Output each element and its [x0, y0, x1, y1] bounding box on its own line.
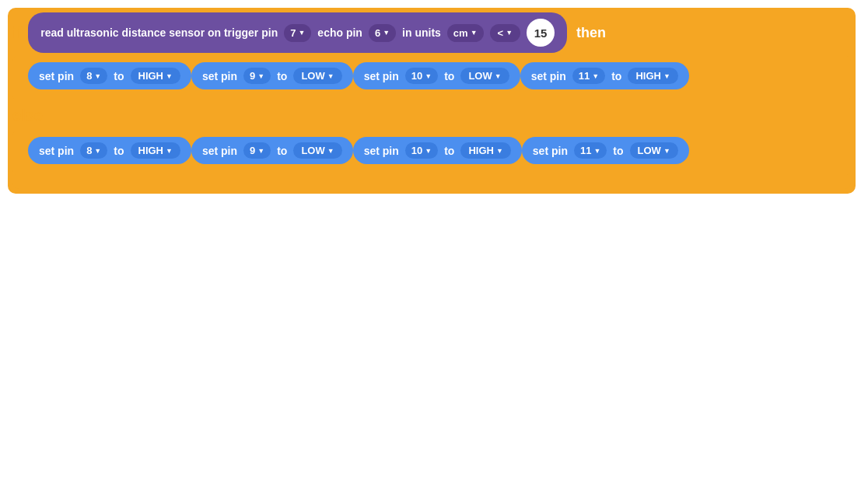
pin-dropdown[interactable]: 9	[243, 142, 271, 159]
then-label: then	[576, 25, 606, 41]
set-pin-block: set pin11toLOW	[522, 137, 689, 164]
to-label: to	[277, 145, 287, 157]
set-pin-block: set pin10toHIGH	[353, 137, 522, 164]
set-pin-block: set pin10toLOW	[353, 62, 520, 89]
pin-dropdown[interactable]: 11	[574, 142, 607, 159]
if-row: if read ultrasonic distance sensor on tr…	[12, 12, 851, 53]
set-label: set pin	[364, 70, 399, 82]
value-dropdown[interactable]: HIGH	[131, 142, 180, 159]
set-pin-block: set pin8toHIGH	[28, 137, 191, 164]
value-dropdown[interactable]: HIGH	[131, 68, 180, 84]
value-circle[interactable]: 15	[527, 19, 555, 47]
trigger-pin-dropdown[interactable]: 7	[284, 24, 311, 42]
set-label: set pin	[39, 145, 74, 157]
set-pin-block: set pin9toLOW	[191, 62, 353, 89]
pin-dropdown[interactable]: 11	[572, 68, 605, 84]
set-label: set pin	[533, 145, 568, 157]
set-label: set pin	[202, 145, 237, 157]
set-pin-block: set pin9toLOW	[191, 137, 353, 164]
units-label: in units	[402, 26, 441, 39]
main-container: if read ultrasonic distance sensor on tr…	[8, 8, 856, 194]
operator-dropdown[interactable]: <	[490, 24, 521, 42]
to-label: to	[444, 70, 454, 82]
pin-dropdown[interactable]: 10	[405, 142, 438, 159]
pin-dropdown[interactable]: 8	[80, 68, 107, 84]
echo-label: echo pin	[317, 26, 362, 39]
set-label: set pin	[39, 70, 74, 82]
else-keyword: else	[12, 107, 43, 124]
pin-dropdown[interactable]: 10	[405, 68, 438, 84]
else-block: set pin8toHIGHset pin9toLOWset pin10toHI…	[12, 131, 851, 175]
to-label: to	[114, 145, 124, 157]
value-dropdown[interactable]: LOW	[293, 142, 341, 159]
value-dropdown[interactable]: LOW	[293, 68, 341, 84]
set-pin-block: set pin8toHIGH	[28, 62, 191, 89]
set-label: set pin	[202, 70, 237, 82]
value-dropdown[interactable]: LOW	[630, 142, 678, 159]
set-label: set pin	[531, 70, 566, 82]
to-label: to	[277, 70, 287, 82]
if-keyword: if	[12, 24, 22, 42]
to-label: to	[613, 145, 623, 157]
end-bar	[12, 178, 851, 189]
then-block: set pin8toHIGHset pin9toLOWset pin10toLO…	[12, 56, 851, 100]
pin-dropdown[interactable]: 9	[243, 68, 271, 84]
else-blocks-container: set pin8toHIGHset pin9toLOWset pin10toHI…	[28, 137, 845, 169]
pin-dropdown[interactable]: 8	[80, 142, 107, 159]
set-pin-block: set pin11toHIGH	[520, 62, 689, 89]
to-label: to	[611, 70, 621, 82]
echo-pin-dropdown[interactable]: 6	[369, 24, 396, 42]
then-blocks-container: set pin8toHIGHset pin9toLOWset pin10toLO…	[28, 62, 845, 94]
condition-block: read ultrasonic distance sensor on trigg…	[28, 12, 567, 53]
condition-text1: read ultrasonic distance sensor on trigg…	[40, 26, 278, 39]
units-dropdown[interactable]: cm	[447, 24, 484, 42]
set-label: set pin	[364, 145, 399, 157]
value-dropdown[interactable]: LOW	[460, 68, 509, 84]
to-label: to	[444, 145, 454, 157]
to-label: to	[114, 70, 124, 82]
value-dropdown[interactable]: HIGH	[628, 68, 677, 84]
else-row: else	[12, 103, 851, 128]
value-dropdown[interactable]: HIGH	[460, 142, 510, 159]
